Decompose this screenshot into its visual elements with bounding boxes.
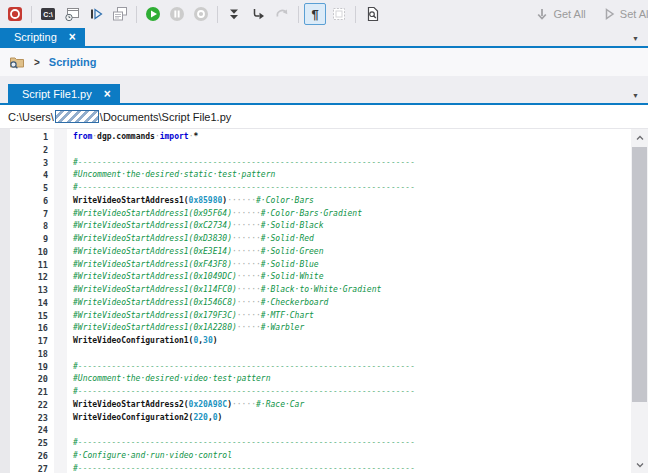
fold-margin (54, 129, 67, 473)
tab-label: Scripting (14, 31, 57, 43)
record-button[interactable] (4, 3, 26, 25)
pause-button[interactable] (166, 3, 188, 25)
selection-grid-button[interactable] (328, 3, 350, 25)
step-return-button[interactable] (247, 3, 269, 25)
pause-icon (169, 6, 185, 22)
code-line[interactable]: #WriteVideoStartAddress1(0x1049DC)·····#… (73, 271, 648, 284)
selection-grid-icon (331, 6, 347, 22)
line-number: 26 (10, 450, 48, 463)
file-path-bar: C:\Users\\Documents\Script File1.py (0, 105, 648, 128)
code-line[interactable]: from·dgp.commands·import·* (73, 131, 648, 144)
scroll-up-icon[interactable] (631, 129, 648, 146)
line-number: 25 (10, 437, 48, 450)
download-arrow-icon (535, 7, 549, 21)
play-outline-icon (602, 7, 616, 21)
redacted-username (55, 110, 99, 123)
window-history-button[interactable] (61, 3, 83, 25)
vertical-scrollbar[interactable] (631, 129, 648, 473)
scrollbar-thumb[interactable] (632, 147, 647, 402)
code-line[interactable]: #·Configure·and·run·video·control (73, 450, 648, 463)
code-line[interactable]: #WriteVideoStartAddress1(0xE3E14)······#… (73, 246, 648, 259)
console-button[interactable]: C:\ (37, 3, 59, 25)
code-line[interactable]: #---------------------------------------… (73, 361, 648, 374)
show-whitespace-button[interactable]: ¶ (304, 3, 326, 25)
code-line[interactable]: WriteVideoConfiguration2(220,0) (73, 412, 648, 425)
toolbar-separator (136, 6, 137, 23)
line-number: 15 (10, 310, 48, 323)
code-line[interactable]: #---------------------------------------… (73, 182, 648, 195)
line-number: 10 (10, 246, 48, 259)
tab-script-file[interactable]: Script File1.py × (8, 84, 120, 103)
toolbar: C:\ ¶ (0, 0, 648, 28)
stop-button[interactable] (190, 3, 212, 25)
line-number: 2 (10, 144, 48, 157)
file-path-suffix: \Documents\Script File1.py (100, 111, 231, 123)
run-icon (145, 6, 161, 22)
collapse-double-arrow-icon (226, 6, 242, 22)
close-icon[interactable]: × (69, 31, 76, 43)
scroll-down-icon[interactable] (631, 456, 648, 473)
find-in-file-button[interactable] (361, 3, 383, 25)
code-line[interactable]: #WriteVideoStartAddress1(0xF43F8)······#… (73, 259, 648, 272)
get-all-button[interactable]: Get All (529, 7, 591, 21)
line-numbers: 1234567891011121314151617181920212223242… (10, 129, 54, 473)
step-return-icon (250, 6, 266, 22)
redo-button[interactable] (271, 3, 293, 25)
line-number: 7 (10, 208, 48, 221)
line-number: 24 (10, 424, 48, 437)
chevron-down-icon[interactable]: ▼ (632, 92, 639, 99)
code-line[interactable] (73, 144, 648, 157)
code-line[interactable] (73, 424, 648, 437)
collapse-all-button[interactable] (223, 3, 245, 25)
code-line[interactable]: #WriteVideoStartAddress1(0xC2734)······#… (73, 220, 648, 233)
code-line[interactable]: #WriteVideoStartAddress1(0xD3830)······#… (73, 233, 648, 246)
code-line[interactable]: WriteVideoConfiguration1(0,30) (73, 335, 648, 348)
toolbar-right-group: Get All Set All (529, 7, 648, 21)
code-line[interactable]: #WriteVideoStartAddress1(0x179F3C)·····#… (73, 310, 648, 323)
toolbar-separator (217, 6, 218, 23)
file-path-prefix: C:\Users\ (8, 111, 54, 123)
line-number: 9 (10, 233, 48, 246)
console-icon: C:\ (40, 6, 56, 22)
code-line[interactable]: #Uncomment·the·desired·video·test·patter… (73, 373, 648, 386)
chevron-down-icon[interactable]: ▼ (632, 35, 639, 42)
code-line[interactable]: #---------------------------------------… (73, 463, 648, 473)
breadcrumb-item-scripting[interactable]: Scripting (49, 56, 97, 68)
code-line[interactable]: #WriteVideoStartAddress1(0x1A2280)·····#… (73, 322, 648, 335)
cascade-windows-button[interactable] (109, 3, 131, 25)
run-button[interactable] (142, 3, 164, 25)
line-number: 5 (10, 182, 48, 195)
code-line[interactable]: #Uncomment·the·desired·static·test·patte… (73, 169, 648, 182)
code-line[interactable]: WriteVideoStartAddress2(0x20A98C)·····#·… (73, 399, 648, 412)
code-line[interactable]: #WriteVideoStartAddress1(0x114FC0)·····#… (73, 284, 648, 297)
code-line[interactable]: #---------------------------------------… (73, 386, 648, 399)
code-line[interactable]: #---------------------------------------… (73, 157, 648, 170)
tab-scripting[interactable]: Scripting × (0, 28, 85, 46)
line-number: 12 (10, 271, 48, 284)
code-line[interactable] (73, 348, 648, 361)
folder-search-icon (9, 54, 25, 70)
code-line[interactable]: #WriteVideoStartAddress1(0x1546C8)·····#… (73, 297, 648, 310)
find-in-file-icon (364, 6, 380, 22)
breakpoint-margin[interactable] (0, 129, 10, 473)
get-all-label: Get All (553, 8, 585, 20)
code-line[interactable]: #WriteVideoStartAddress1(0x95F64)······#… (73, 208, 648, 221)
code-editor: 1234567891011121314151617181920212223242… (0, 128, 648, 473)
code-line[interactable]: WriteVideoStartAddress1(0x85980)······#·… (73, 195, 648, 208)
tab-label: Script File1.py (22, 88, 92, 100)
line-number: 19 (10, 361, 48, 374)
code-lines[interactable]: from·dgp.commands·import·*#-------------… (67, 129, 648, 473)
pilcrow-icon: ¶ (311, 8, 318, 21)
run-to-cursor-button[interactable] (85, 3, 107, 25)
run-to-cursor-icon (88, 6, 104, 22)
close-icon[interactable]: × (104, 88, 111, 100)
code-line[interactable]: #---------------------------------------… (73, 437, 648, 450)
stop-icon (193, 6, 209, 22)
set-all-button[interactable]: Set All (596, 7, 648, 21)
toolbar-separator (355, 6, 356, 23)
line-number: 16 (10, 322, 48, 335)
line-number: 23 (10, 412, 48, 425)
line-number: 20 (10, 373, 48, 386)
line-number: 17 (10, 335, 48, 348)
line-number: 3 (10, 157, 48, 170)
